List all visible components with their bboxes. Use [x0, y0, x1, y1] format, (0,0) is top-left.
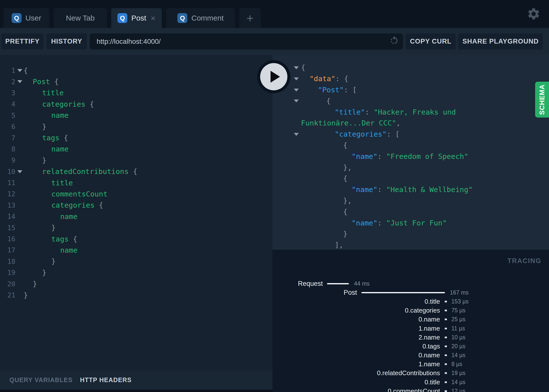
execute-query-button[interactable] [257, 60, 290, 93]
schema-side-tab[interactable]: SCHEMA [535, 82, 549, 118]
variables-panel-edge [0, 390, 273, 392]
trace-row-request: Request44 ms [273, 279, 549, 288]
response-line: }, [273, 162, 549, 173]
query-badge-icon: Q [177, 13, 187, 23]
reload-schema-icon[interactable] [389, 36, 399, 47]
line-number: 4 [0, 100, 15, 108]
timing-dot [445, 318, 447, 320]
tab-label: Post [131, 14, 146, 22]
http-headers-tab[interactable]: HTTP HEADERS [80, 376, 132, 384]
code-line: 8name [0, 144, 273, 155]
fold-arrow-icon[interactable] [294, 133, 299, 136]
timing-dot [445, 372, 447, 374]
trace-row-post: Post167 ms [273, 288, 549, 297]
response-viewer: { "data": { "Post": [ { "title": "Hacker… [273, 55, 549, 250]
query-editor[interactable]: 1{ 2Post { 3title 4categories { 5name 6}… [0, 55, 273, 370]
code-line: 10relatedContributions { [0, 166, 273, 177]
tracing-rows: Request44 ms Post167 ms 0.title153 µs 0.… [273, 279, 549, 392]
endpoint-url-value: http://localhost:4000/ [97, 38, 389, 46]
tracing-panel: TRACING Request44 ms Post167 ms 0.title1… [273, 250, 549, 392]
fold-arrow-icon[interactable] [294, 66, 299, 69]
line-number: 14 [0, 213, 15, 220]
code-line: 18} [0, 256, 273, 267]
tab-comment[interactable]: Q Comment [166, 8, 235, 28]
play-icon [260, 63, 287, 90]
trace-row: 1.name11 µs [273, 324, 549, 333]
code-line: 13categories { [0, 200, 273, 211]
code-line: 1{ [0, 65, 273, 76]
trace-row: 0.name14 µs [273, 351, 549, 360]
response-line: "name": "Just For Fun" [273, 217, 549, 228]
result-pane: { "data": { "Post": [ { "title": "Hacker… [273, 55, 549, 392]
code-line: 5name [0, 110, 273, 121]
line-number: 17 [0, 246, 15, 254]
prettify-button[interactable]: PRETTIFY [1, 33, 44, 49]
line-number: 3 [0, 89, 15, 97]
trace-row: 0.commentsCount12 µs [273, 387, 549, 392]
line-number: 12 [0, 190, 15, 198]
timing-bar [361, 292, 445, 293]
line-number: 8 [0, 145, 15, 153]
tab-label: Comment [191, 14, 223, 22]
code-line: 6} [0, 121, 273, 132]
code-line: 9} [0, 155, 273, 166]
add-tab-button[interactable]: + [239, 8, 261, 28]
history-button[interactable]: HISTORY [46, 33, 87, 49]
trace-row: 0.relatedContributions19 µs [273, 369, 549, 378]
trace-row: 0.title153 µs [273, 297, 549, 306]
line-number: 13 [0, 201, 15, 209]
response-line: "name": "Freedom of Speech" [273, 151, 549, 162]
share-playground-button[interactable]: SHARE PLAYGROUND [458, 33, 543, 49]
response-line: }, [273, 195, 549, 206]
line-number: 11 [0, 179, 15, 187]
code-line: 15} [0, 222, 273, 233]
timing-dot [445, 354, 447, 356]
timing-dot [445, 337, 447, 338]
tab-user[interactable]: Q User [3, 8, 49, 28]
response-line: "data": { [273, 73, 549, 84]
line-number: 16 [0, 235, 15, 243]
fold-arrow-icon[interactable] [17, 80, 22, 83]
code-line: 12commentsCount [0, 188, 273, 199]
fold-arrow-icon[interactable] [17, 170, 22, 173]
query-variables-tab[interactable]: QUERY VARIABLES [9, 376, 73, 384]
line-number: 20 [0, 280, 15, 288]
fold-arrow-icon[interactable] [294, 77, 299, 80]
plus-icon: + [247, 11, 253, 25]
timing-dot [445, 301, 447, 302]
code-line: 19} [0, 267, 273, 278]
response-line: { [273, 140, 549, 151]
bottom-panel-tabs: QUERY VARIABLES HTTP HEADERS [0, 370, 273, 390]
response-line: { [273, 206, 549, 217]
response-line: Funktionäre...Der CCC", [273, 118, 549, 129]
copy-curl-button[interactable]: COPY CURL [406, 33, 456, 49]
query-pane: 1{ 2Post { 3title 4categories { 5name 6}… [0, 55, 273, 392]
query-badge-icon: Q [117, 13, 127, 23]
code-line: 16tags { [0, 233, 273, 245]
fold-arrow-icon[interactable] [294, 89, 299, 92]
timing-dot [445, 328, 447, 329]
settings-gear-icon[interactable] [527, 7, 541, 21]
code-line: 2Post { [0, 76, 273, 87]
timing-dot [445, 390, 447, 392]
trace-row: 0.title14 µs [273, 378, 549, 387]
code-line: 7tags { [0, 132, 273, 143]
fold-arrow-icon[interactable] [294, 99, 299, 102]
close-icon[interactable]: × [151, 14, 156, 22]
response-line: { [273, 62, 549, 73]
code-line: 17name [0, 245, 273, 256]
code-line: 14name [0, 211, 273, 222]
endpoint-url-input[interactable]: http://localhost:4000/ [90, 33, 403, 49]
timing-bar [327, 283, 349, 284]
line-number: 19 [0, 269, 15, 276]
tab-new-tab[interactable]: New Tab [54, 8, 107, 28]
line-number: 2 [0, 78, 15, 86]
line-number: 1 [0, 67, 15, 74]
response-line: "Post": [ [273, 84, 549, 96]
response-line: "title": "Hacker, Freaks und [273, 106, 549, 118]
fold-arrow-icon[interactable] [17, 69, 22, 72]
tab-bar: Q User New Tab Q Post × Q Comment + [0, 0, 549, 28]
response-line: ], [273, 240, 549, 250]
tab-post[interactable]: Q Post × [111, 8, 162, 28]
line-number: 10 [0, 168, 15, 175]
